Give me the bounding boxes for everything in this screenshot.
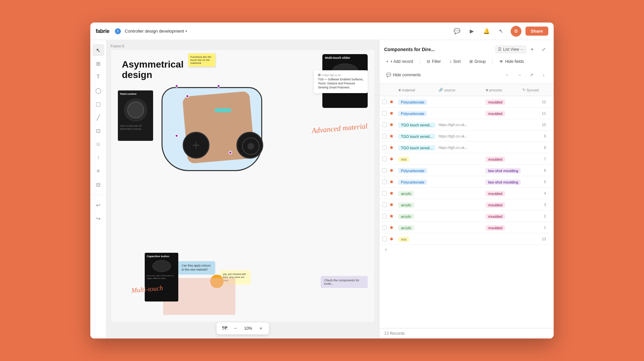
share-button[interactable]: Share (525, 27, 548, 36)
sidebar-rect-tool[interactable]: ▢ (92, 98, 104, 110)
row-checkbox[interactable] (382, 202, 387, 207)
sidebar-crop-tool[interactable]: ⊡ (92, 125, 104, 137)
sort-icon: ↕ (450, 59, 452, 64)
table-row[interactable]: indicator light strip mix moulded 7 (379, 153, 554, 165)
toolbar-sep-1 (420, 59, 420, 64)
chat-icon-btn[interactable]: 💬 (452, 26, 462, 37)
dot-marker-5 (229, 151, 232, 154)
row-material: acrylic (398, 213, 439, 219)
row-num: 8 (522, 146, 546, 150)
row-dot (390, 123, 393, 126)
cap-oval (152, 260, 171, 272)
table-row[interactable]: right handle-inner TGO touch sensit... h… (379, 119, 554, 130)
table-row[interactable]: battery mix 13 (379, 233, 554, 245)
row-checkbox[interactable] (382, 111, 387, 116)
synced-col-icon: ↻ (522, 88, 525, 92)
table-row[interactable]: Direction button TGO touch sensit... htt… (379, 130, 554, 142)
row-checkbox[interactable] (382, 168, 387, 173)
panel-expand-btn[interactable]: ⤢ (538, 44, 549, 55)
video-icon-btn[interactable]: ▶ (466, 26, 477, 37)
add-row-btn[interactable]: + (379, 245, 554, 255)
sidebar-redo-tool[interactable]: ↪ (92, 212, 104, 225)
row-num: 9 (522, 134, 546, 138)
row-material: mix (398, 236, 439, 242)
row-checkbox[interactable] (382, 237, 387, 241)
svg-point-3 (247, 143, 254, 150)
row-checkbox[interactable] (382, 225, 387, 230)
sort-btn[interactable]: ↕ Sort (448, 58, 463, 65)
canvas-area[interactable]: Frame 8 Asymmetrical design Functions li… (106, 40, 379, 338)
table-row[interactable]: omni direction button TGO touch sensit..… (379, 142, 554, 153)
right-panel: Components for Dire... ☰ List View ··· +… (379, 40, 554, 338)
controller-sketch (151, 67, 279, 195)
capacitive-card: Capacitive button press any side of the … (145, 253, 178, 302)
filter-btn[interactable]: ⊟ Filter (425, 58, 443, 65)
list-view-option[interactable]: ☰ List View ··· (496, 46, 526, 53)
row-checkbox[interactable] (382, 134, 387, 138)
nav-forward-btn[interactable]: → (514, 70, 525, 80)
map-view-btn[interactable]: 🗺 (221, 324, 229, 332)
row-process: moulded (486, 99, 522, 105)
source-col-icon: 🔗 (439, 88, 443, 92)
hide-fields-btn[interactable]: 👁 Hide fields (497, 58, 526, 65)
sidebar-shape-tool[interactable]: ◯ (92, 84, 104, 96)
table-row[interactable]: right handle-side Polycarbonate moulded … (379, 108, 554, 119)
row-dot (390, 112, 393, 115)
row-checkbox[interactable] (382, 145, 387, 150)
table-container[interactable]: Ⓣ Title ◈ material 🔗 source ◈ process (379, 84, 554, 328)
row-checkbox[interactable] (382, 214, 387, 218)
panel-title-icons: ☰ List View ··· + ⤢ (496, 44, 549, 55)
top-bar: fabrie i Controller design development ▾… (90, 23, 554, 40)
sidebar-emoji-tool[interactable]: ☺ (92, 138, 104, 150)
avatar[interactable]: D (511, 26, 521, 37)
table-row[interactable]: front panel Polycarbonate two-shot mould… (379, 165, 554, 176)
sidebar-export-tool[interactable]: ↑ (92, 152, 104, 164)
canvas-frame: Asymmetrical design Functions like the t… (111, 50, 374, 322)
row-checkbox[interactable] (382, 157, 387, 161)
project-name[interactable]: Controller design development ▾ (125, 29, 187, 34)
table-row[interactable]: R2-button acrylic moulded 1 (379, 222, 554, 233)
nav-download-btn[interactable]: ↓ (538, 70, 549, 80)
row-material: mix (398, 156, 439, 162)
sidebar-text-tool[interactable]: T (92, 71, 104, 83)
row-num: 13 (522, 237, 546, 241)
view-more-icon: ··· (520, 47, 524, 52)
nav-back-btn[interactable]: ← (502, 70, 513, 80)
add-record-btn[interactable]: + + Add record (384, 58, 415, 65)
hide-comments-btn[interactable]: 💬 Hide comments (384, 72, 423, 78)
cap-note: press any side of the button to trigger … (145, 273, 178, 281)
notification-icon-btn[interactable]: 🔔 (481, 26, 492, 37)
sidebar-cursor-tool[interactable]: ↖ (92, 44, 104, 56)
row-dot (390, 203, 393, 206)
row-material: TGO touch sensit... (398, 145, 439, 151)
table-row[interactable]: L2-button acrylic moulded 2 (379, 210, 554, 222)
row-checkbox[interactable] (382, 191, 387, 196)
group-btn[interactable]: ⊞ Group (467, 58, 488, 65)
chevron-down-icon: ▾ (185, 29, 187, 33)
panel-toolbar: + + Add record ⊟ Filter ↕ Sort ⊞ Group (384, 58, 549, 84)
col-synced: ↻ Synced (522, 88, 546, 92)
row-process: moulded (486, 225, 522, 231)
zoom-in-btn[interactable]: + (257, 324, 265, 332)
ctrl-btn-left (183, 132, 210, 159)
table-row[interactable]: R1-light acrylic moulded 3 (379, 199, 554, 210)
zoom-out-btn[interactable]: − (231, 324, 239, 332)
sidebar-frames-tool[interactable]: ⊟ (92, 178, 104, 191)
add-view-btn[interactable]: + (528, 45, 536, 53)
table-row[interactable]: left handle Polycarbonate moulded 12 (379, 96, 554, 108)
table-row[interactable]: back panel Polycarbonate two-shot mouldi… (379, 176, 554, 188)
row-process: two-shot moulding (486, 167, 522, 173)
row-process: moulded (486, 213, 522, 219)
cap-label: Capacitive button (145, 253, 178, 259)
sidebar-undo-tool[interactable]: ↩ (92, 199, 104, 211)
table-row[interactable]: L1-light acrylic moulded 4 (379, 188, 554, 199)
nav-external-btn[interactable]: ↗ (526, 70, 537, 80)
eye-icon: 👁 (499, 59, 503, 64)
row-checkbox[interactable] (382, 122, 387, 127)
sidebar-line-tool[interactable]: ╱ (92, 111, 104, 123)
sidebar-indent-tool[interactable]: ≡ (92, 165, 104, 177)
row-checkbox[interactable] (382, 99, 387, 104)
sidebar-layers-tool[interactable]: ⊞ (92, 57, 104, 70)
cursor-icon-btn[interactable]: ↖ (496, 26, 507, 37)
row-checkbox[interactable] (382, 179, 387, 184)
